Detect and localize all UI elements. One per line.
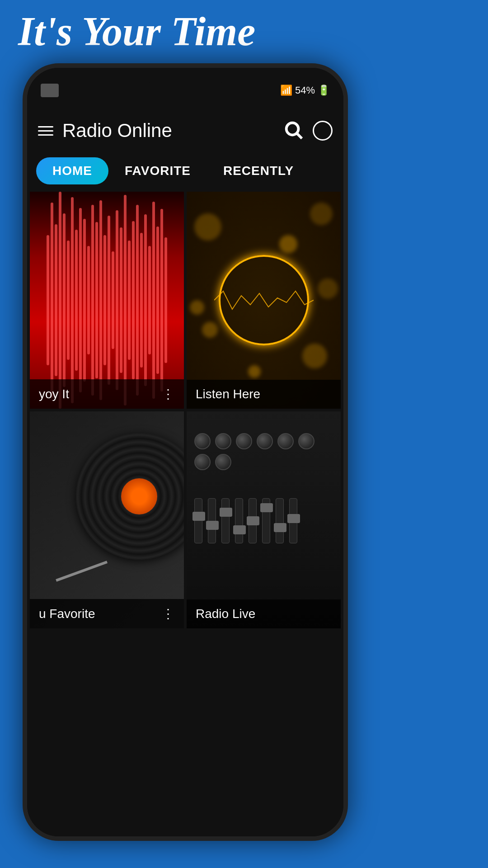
fader-track xyxy=(289,498,297,543)
fader-handle xyxy=(192,512,205,521)
fader-track xyxy=(208,498,216,543)
mixer-knob xyxy=(298,433,314,449)
mixer-knob xyxy=(194,454,211,470)
battery-icon: 🔋 xyxy=(318,85,330,96)
top-bar-right xyxy=(283,119,333,142)
mixer-knob xyxy=(194,433,211,449)
card-title-listen-here: Listen Here xyxy=(196,387,260,401)
app-screen: Radio Online HOME FAVORITE RECENTLY xyxy=(27,108,343,836)
mixer-knob xyxy=(215,454,231,470)
card-label-u-favorite: u Favorite ⋮ xyxy=(30,599,184,628)
mixer-knob xyxy=(236,433,252,449)
signal-icon: 📶 xyxy=(280,85,292,96)
card-menu-enjoy-it[interactable]: ⋮ xyxy=(162,387,175,401)
mixer-faders-area xyxy=(194,498,333,543)
fader-track xyxy=(262,498,270,543)
tab-bar: HOME FAVORITE RECENTLY xyxy=(27,153,343,189)
menu-button[interactable] xyxy=(38,126,53,136)
grid-item-enjoy-it[interactable]: yoy It ⋮ xyxy=(30,192,184,409)
svg-point-0 xyxy=(286,123,299,135)
mixer-knob xyxy=(215,433,231,449)
bokeh-dot xyxy=(190,300,204,315)
background-headline: It's Your Time xyxy=(18,8,255,55)
bokeh-dot xyxy=(248,365,261,378)
fader-track xyxy=(276,498,284,543)
content-grid: yoy It ⋮ Listen Here xyxy=(27,189,343,631)
notch-bump xyxy=(145,68,226,84)
search-icon xyxy=(283,119,304,140)
battery-text: 54% xyxy=(295,85,315,96)
top-bar: Radio Online xyxy=(27,108,343,153)
card-menu-u-favorite[interactable]: ⋮ xyxy=(162,606,175,621)
mixer-knob xyxy=(277,433,294,449)
mode-toggle-button[interactable] xyxy=(313,121,333,141)
status-icon-image xyxy=(41,84,59,97)
card-title-u-favorite: u Favorite xyxy=(39,607,95,621)
grid-item-listen-here[interactable]: Listen Here xyxy=(187,192,341,409)
fader-handle xyxy=(287,514,300,523)
top-bar-left: Radio Online xyxy=(38,120,172,142)
vinyl-arm xyxy=(56,561,108,582)
bokeh-dot xyxy=(318,278,338,299)
fader-handle xyxy=(220,508,232,517)
phone-frame: 📶 54% 🔋 Radio Online xyxy=(23,63,348,841)
search-button[interactable] xyxy=(283,119,304,142)
vinyl-disc xyxy=(76,433,184,560)
status-bar: 📶 54% 🔋 xyxy=(27,68,343,108)
hamburger-line xyxy=(38,126,53,127)
card-label-radio-live: Radio Live xyxy=(187,599,341,628)
fader-track xyxy=(235,498,243,543)
tab-home[interactable]: HOME xyxy=(36,157,108,184)
gold-wave-svg xyxy=(214,287,314,314)
red-waveform xyxy=(30,192,184,409)
fader-handle xyxy=(206,521,219,530)
tab-favorite[interactable]: FAVORITE xyxy=(108,157,207,184)
card-label-enjoy-it: yoy It ⋮ xyxy=(30,379,184,409)
bokeh-dot xyxy=(279,235,297,253)
fader-track xyxy=(221,498,230,543)
tab-recently[interactable]: RECENTLY xyxy=(207,157,310,184)
mixer-knobs-area xyxy=(194,433,333,470)
status-left xyxy=(41,84,59,97)
mixer-knob xyxy=(257,433,273,449)
fader-handle xyxy=(247,516,259,525)
fader-handle xyxy=(233,525,246,534)
card-title-enjoy-it: yoy It xyxy=(39,387,69,401)
svg-line-1 xyxy=(297,134,302,139)
bokeh-dot xyxy=(194,213,221,241)
card-title-radio-live: Radio Live xyxy=(196,607,255,621)
grid-item-radio-live[interactable]: Radio Live xyxy=(187,411,341,628)
grid-item-u-favorite[interactable]: u Favorite ⋮ xyxy=(30,411,184,628)
fader-handle xyxy=(274,523,286,532)
hamburger-line xyxy=(38,130,53,132)
card-label-listen-here: Listen Here xyxy=(187,380,341,409)
app-title: Radio Online xyxy=(62,120,172,142)
fader-track xyxy=(249,498,257,543)
status-right: 📶 54% 🔋 xyxy=(280,85,330,96)
vinyl-center xyxy=(121,478,157,514)
hamburger-line xyxy=(38,134,53,136)
fader-handle xyxy=(260,503,273,512)
bokeh-dot xyxy=(202,322,218,338)
fader-track xyxy=(194,498,202,543)
bokeh-dot xyxy=(302,344,327,368)
bokeh-dot xyxy=(310,203,333,225)
